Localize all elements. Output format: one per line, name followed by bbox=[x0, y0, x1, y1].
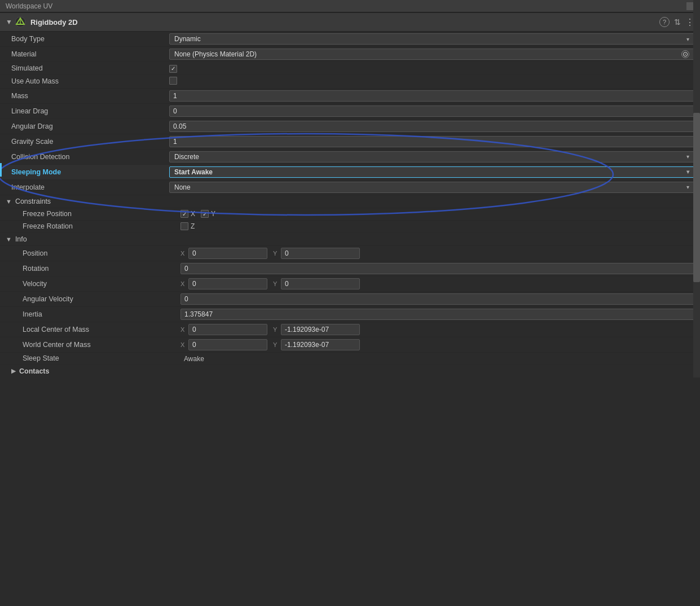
body-type-arrow: ▾ bbox=[686, 36, 689, 42]
local-com-y-axis: Y bbox=[273, 326, 280, 333]
gravity-scale-label: Gravity Scale bbox=[11, 138, 169, 146]
velocity-row: Velocity X 0 Y 0 bbox=[0, 276, 700, 292]
constraints-title: Constraints bbox=[15, 197, 51, 205]
freeze-rotation-value: Z bbox=[180, 222, 694, 230]
angular-drag-field[interactable]: 0.05 bbox=[169, 121, 694, 132]
angular-drag-value: 0.05 bbox=[169, 121, 694, 132]
velocity-y-field: Y 0 bbox=[273, 278, 360, 289]
local-com-y-input[interactable]: -1.192093e-07 bbox=[281, 324, 360, 335]
local-com-x-input[interactable]: 0 bbox=[188, 324, 267, 335]
body-type-dropdown[interactable]: Dynamic ▾ bbox=[169, 33, 694, 45]
component-header: ▼ Rigidbody 2D ? ⇅ ⋮ bbox=[0, 12, 700, 32]
position-label: Position bbox=[23, 249, 180, 257]
world-com-x-axis: X bbox=[180, 341, 187, 348]
scrollbar-thumb[interactable] bbox=[693, 113, 700, 282]
collision-detection-value: Discrete ▾ bbox=[169, 151, 694, 163]
info-arrow[interactable]: ▼ bbox=[6, 236, 12, 243]
world-com-y-field: Y -1.192093e-07 bbox=[273, 339, 360, 350]
simulated-label: Simulated bbox=[11, 64, 169, 72]
sliders-icon[interactable]: ⇅ bbox=[674, 17, 681, 27]
velocity-x-field: X 0 bbox=[180, 278, 267, 289]
mass-field[interactable]: 1 bbox=[169, 90, 694, 102]
sleeping-mode-arrow: ▾ bbox=[686, 169, 689, 175]
sleeping-mode-label: Sleeping Mode bbox=[11, 168, 169, 176]
sleep-state-value: Awake bbox=[180, 354, 694, 363]
mass-row: Mass 1 bbox=[0, 89, 700, 104]
constraints-section-header: ▼ Constraints bbox=[0, 195, 700, 208]
body-type-row: Body Type Dynamic ▾ bbox=[0, 32, 700, 47]
material-picker-icon[interactable]: ⊙ bbox=[681, 50, 689, 58]
freeze-rotation-z-checkbox[interactable] bbox=[180, 222, 188, 230]
sleeping-mode-dropdown[interactable]: Start Awake ▾ bbox=[169, 166, 694, 178]
header-icons: ? ⇅ ⋮ bbox=[659, 17, 694, 28]
gravity-scale-value: 1 bbox=[169, 136, 694, 147]
gravity-scale-field[interactable]: 1 bbox=[169, 136, 694, 147]
velocity-y-axis: Y bbox=[273, 280, 280, 287]
velocity-x-axis: X bbox=[180, 280, 187, 287]
inspector-panel: Worldspace UV ▼ Rigidbody 2D ? ⇅ ⋮ Body … bbox=[0, 0, 700, 377]
use-auto-mass-checkbox[interactable] bbox=[169, 77, 177, 85]
use-auto-mass-value bbox=[169, 77, 694, 86]
freeze-position-y-label: Y bbox=[211, 210, 215, 218]
linear-drag-field[interactable]: 0 bbox=[169, 106, 694, 117]
world-center-of-mass-row: World Center of Mass X 0 Y -1.192093e-07 bbox=[0, 337, 700, 353]
linear-drag-label: Linear Drag bbox=[11, 107, 169, 115]
position-x-axis: X bbox=[180, 250, 187, 257]
constraints-arrow[interactable]: ▼ bbox=[6, 198, 12, 205]
body-type-label: Body Type bbox=[11, 35, 169, 43]
local-com-x-field: X 0 bbox=[180, 324, 267, 335]
world-com-y-input[interactable]: -1.192093e-07 bbox=[281, 339, 360, 350]
inertia-row: Inertia 1.375847 bbox=[0, 307, 700, 322]
velocity-y-input[interactable]: 0 bbox=[281, 278, 360, 289]
material-field[interactable]: None (Physics Material 2D) ⊙ bbox=[169, 49, 694, 60]
rotation-value: 0 bbox=[180, 263, 694, 274]
freeze-position-y-checkbox[interactable] bbox=[201, 210, 209, 218]
sleeping-mode-value: Start Awake ▾ bbox=[169, 166, 694, 178]
use-auto-mass-row: Use Auto Mass bbox=[0, 75, 700, 89]
angular-velocity-label: Angular Velocity bbox=[23, 295, 180, 303]
velocity-label: Velocity bbox=[23, 280, 180, 288]
angular-drag-label: Angular Drag bbox=[11, 122, 169, 130]
simulated-checkbox[interactable] bbox=[169, 65, 177, 73]
local-center-of-mass-value: X 0 Y -1.192093e-07 bbox=[180, 324, 694, 335]
interpolate-label: Interpolate bbox=[11, 183, 169, 191]
mass-value: 1 bbox=[169, 90, 694, 102]
angular-velocity-field[interactable]: 0 bbox=[180, 293, 694, 305]
use-auto-mass-label: Use Auto Mass bbox=[11, 77, 169, 85]
position-x-field: X 0 bbox=[180, 248, 267, 259]
help-icon[interactable]: ? bbox=[659, 17, 670, 27]
contacts-arrow[interactable]: ▶ bbox=[11, 367, 16, 375]
collision-detection-arrow: ▾ bbox=[686, 153, 689, 160]
position-y-axis: Y bbox=[273, 250, 280, 257]
collision-detection-dropdown[interactable]: Discrete ▾ bbox=[169, 151, 694, 163]
freeze-rotation-label: Freeze Rotation bbox=[23, 222, 180, 230]
local-center-of-mass-row: Local Center of Mass X 0 Y -1.192093e-07 bbox=[0, 322, 700, 337]
position-y-field: Y 0 bbox=[273, 248, 360, 259]
world-com-x-input[interactable]: 0 bbox=[188, 339, 267, 350]
world-com-x-field: X 0 bbox=[180, 339, 267, 350]
interpolate-dropdown[interactable]: None ▾ bbox=[169, 182, 694, 193]
contacts-row[interactable]: ▶ Contacts bbox=[0, 365, 700, 377]
contacts-title: Contacts bbox=[19, 367, 49, 375]
world-center-of-mass-label: World Center of Mass bbox=[23, 341, 180, 349]
position-x-input[interactable]: 0 bbox=[188, 248, 267, 259]
freeze-position-checkboxes: X Y bbox=[180, 210, 694, 218]
freeze-position-row: Freeze Position X Y bbox=[0, 208, 700, 221]
linear-drag-value: 0 bbox=[169, 106, 694, 117]
inertia-field[interactable]: 1.375847 bbox=[180, 309, 694, 320]
collapse-arrow[interactable]: ▼ bbox=[6, 18, 12, 26]
freeze-position-x-checkbox[interactable] bbox=[180, 210, 188, 218]
rotation-field[interactable]: 0 bbox=[180, 263, 694, 274]
position-row: Position X 0 Y 0 bbox=[0, 246, 700, 261]
info-section-header: ▼ Info bbox=[0, 233, 700, 246]
material-row: Material None (Physics Material 2D) ⊙ bbox=[0, 47, 700, 62]
world-com-xy: X 0 Y -1.192093e-07 bbox=[180, 339, 694, 350]
scrollbar[interactable] bbox=[693, 0, 700, 377]
interpolate-value: None ▾ bbox=[169, 182, 694, 193]
position-y-input[interactable]: 0 bbox=[281, 248, 360, 259]
component-title: Rigidbody 2D bbox=[30, 18, 659, 27]
velocity-x-input[interactable]: 0 bbox=[188, 278, 267, 289]
angular-drag-row: Angular Drag 0.05 bbox=[0, 119, 700, 134]
freeze-rotation-checkboxes: Z bbox=[180, 222, 694, 230]
rotation-row: Rotation 0 bbox=[0, 261, 700, 276]
